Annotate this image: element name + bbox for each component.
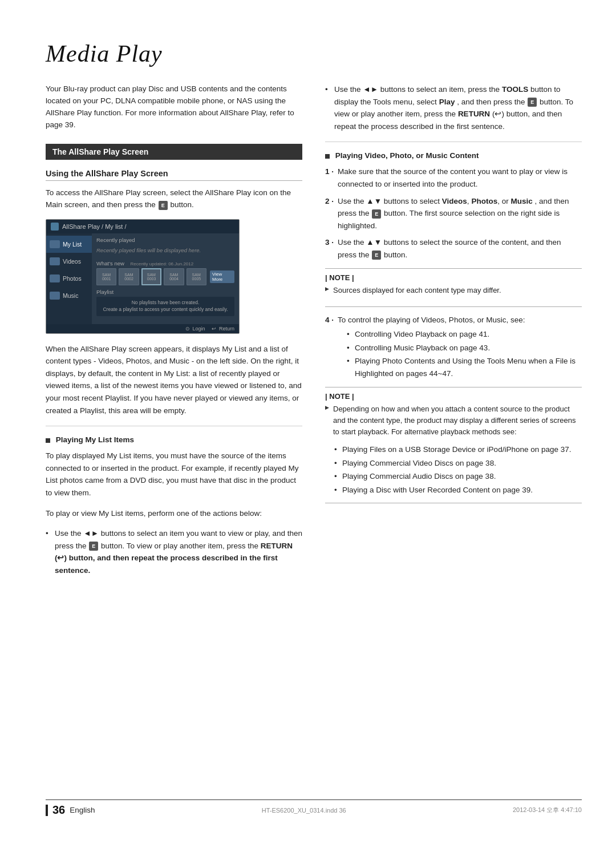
playlist-section: Playlist No playlists have been created.… [96,289,234,316]
allshare-description: When the AllShare Play screen appears, i… [46,343,302,417]
e-button-icon-5: E [372,251,381,260]
allshare-main-content: Recently played Recently played files wi… [92,233,239,324]
page-container: Media Play Your Blu-ray product can play… [0,0,616,844]
playing-my-list-para1: To play displayed My List items, you mus… [46,450,302,499]
step4-bullet-2: Controlling Music Playback on page 43. [347,342,582,354]
bullet-item-1: Use the ◄► buttons to select an item you… [46,527,302,576]
e-button-icon-2: E [89,542,98,551]
step-3: 3 · Use the ▲▼ buttons to select the sou… [325,236,582,261]
note2-bullet-1: Playing Files on a USB Storage Device or… [334,443,582,456]
note2-item-1: Depending on how and when you attach a c… [325,403,582,438]
allshare-logo-icon [51,223,59,231]
two-column-layout: Your Blu-ray product can play Disc and U… [46,83,582,584]
sidebar-item-photos[interactable]: Photos [46,270,92,287]
whats-new-section: What's new Recently updated: 06.Jun.2012… [96,260,234,285]
allshare-screen-body: My List Videos Photos Music [46,233,239,324]
footer-login[interactable]: ⊙ Login [185,326,205,332]
recently-played-section: Recently played Recently played files wi… [96,237,234,256]
thumbnail-3: SAM0003 [141,268,162,285]
intro-paragraph: Your Blu-ray product can play Disc and U… [46,83,302,131]
step-1: 1 · Make sure that the source of the con… [325,165,582,190]
left-column: Your Blu-ray product can play Disc and U… [46,83,302,584]
square-icon-2 [325,154,330,159]
step-4: 4 · To control the playing of Videos, Ph… [325,314,582,380]
access-instructions: To access the AllShare Play screen, sele… [46,187,302,211]
page-language: English [70,806,95,814]
right-bullets: Use the ◄► buttons to select an item, pr… [325,83,582,132]
note2-list: Depending on how and when you attach a c… [325,403,582,438]
note2-bullet-2: Playing Commercial Video Discs on page 3… [334,457,582,470]
allshare-screen-header: AllShare Play / My list / [46,220,239,233]
thumbnail-5: SAM0005 [187,268,206,285]
page-number-box: 36 English [46,803,95,817]
step-2: 2 · Use the ▲▼ buttons to select Videos,… [325,195,582,232]
note-box-1: | NOTE | Sources displayed for each cont… [325,268,582,307]
sidebar-item-music[interactable]: Music [46,287,92,304]
playing-my-list-header: Playing My List Items [46,435,302,444]
divider-1 [46,426,302,426]
thumbnail-2: SAM0002 [119,268,139,285]
step4-bullet-3: Playing Photo Contents and Using the Too… [347,355,582,379]
allshare-footer: ⊙ Login ↩ Return [46,324,239,333]
step4-sub-bullets: Controlling Video Playback on page 41. C… [347,328,582,379]
e-button-icon: E [159,201,168,210]
note2-bullet-3: Playing Commercial Audio Discs on page 3… [334,470,582,483]
e-button-icon-4: E [372,209,381,219]
footer-date: 2012-03-14 오후 4:47:10 [513,806,582,814]
page-number: 36 [52,803,65,817]
step4-bullet-1: Controlling Video Playback on page 41. [347,328,582,341]
mylist-icon [50,240,60,248]
playing-my-list-bullets: Use the ◄► buttons to select an item you… [46,527,302,576]
footer-return[interactable]: ↩ Return [212,326,234,332]
right-column: Use the ◄► buttons to select an item, pr… [325,83,582,584]
thumbnail-1: SAM0001 [96,268,116,285]
divider-2 [325,142,582,142]
page-footer: 36 English HT-ES6200_XU_0314.indd 36 201… [46,799,582,817]
playlist-placeholder: No playlists have been created. Create a… [96,297,234,316]
view-more-button[interactable]: View More [210,270,234,283]
photos-icon [50,274,60,282]
note1-item-1: Sources displayed for each content type … [325,285,582,296]
page-bar-icon [46,805,48,816]
videos-icon [50,257,60,265]
steps-list: 1 · Make sure that the source of the con… [325,165,582,261]
music-icon [50,292,60,300]
allshare-sidebar: My List Videos Photos Music [46,233,92,324]
e-button-icon-3: E [528,98,537,107]
step4-list: 4 · To control the playing of Videos, Ph… [325,314,582,380]
note2-sub-bullets: Playing Files on a USB Storage Device or… [334,443,582,496]
note-label-2: | NOTE | [325,392,582,401]
allshare-section-header: The AllShare Play Screen [46,144,302,160]
sidebar-item-mylist[interactable]: My List [46,236,92,253]
thumbnail-row: SAM0001 SAM0002 SAM0003 SAM0004 SAM0005 … [96,268,234,285]
footer-file-info: HT-ES6200_XU_0314.indd 36 [262,807,346,814]
page-title: Media Play [46,40,582,67]
note-label-1: | NOTE | [325,273,582,282]
playing-vpm-header: Playing Video, Photo, or Music Content [325,151,582,160]
using-allshare-title: Using the AllShare Play Screen [46,169,302,181]
square-icon [46,438,50,443]
allshare-screen-mockup: AllShare Play / My list / My List Videos [46,219,240,334]
note2-bullet-4: Playing a Disc with User Recorded Conten… [334,484,582,496]
thumbnail-4: SAM0004 [164,268,184,285]
bullet-item-2: Use the ◄► buttons to select an item, pr… [325,83,582,132]
note-box-2: | NOTE | Depending on how and when you a… [325,387,582,504]
sidebar-item-videos[interactable]: Videos [46,253,92,270]
playing-my-list-para2: To play or view My List items, perform o… [46,507,302,520]
note1-list: Sources displayed for each content type … [325,285,582,296]
recently-played-placeholder: Recently played files will be displayed … [96,245,234,256]
